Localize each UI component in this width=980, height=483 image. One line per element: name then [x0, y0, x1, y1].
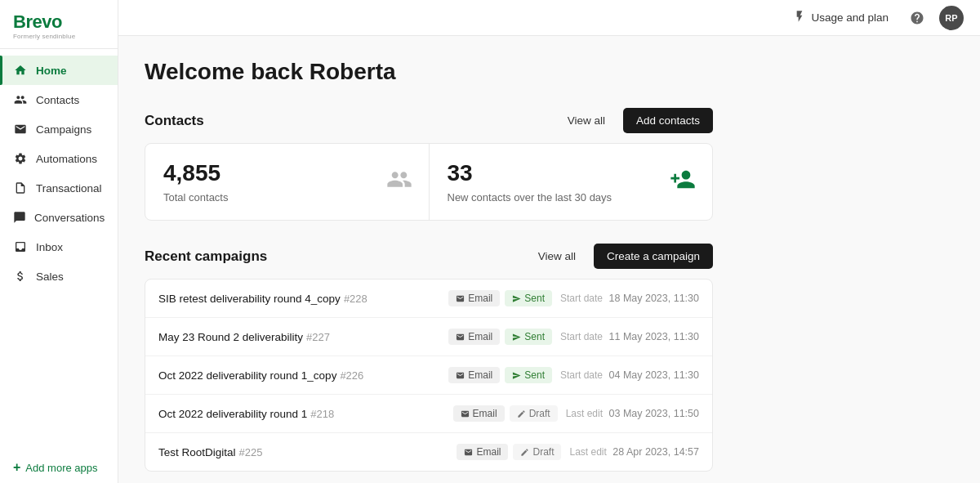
campaign-date: Start date 11 May 2023, 11:30	[560, 331, 699, 342]
campaigns-actions: View all Create a campaign	[528, 244, 713, 269]
campaign-name: Oct 2022 deliverability round 1#218	[158, 408, 445, 420]
campaign-name: May 23 Round 2 deliverability#227	[158, 331, 440, 343]
campaign-date: Last edit 28 Apr 2023, 14:57	[569, 446, 699, 458]
campaign-tags: Email Sent	[448, 290, 552, 306]
contacts-actions: View all Add contacts	[558, 108, 713, 133]
total-contacts-card: 4,855 Total contacts	[145, 144, 430, 220]
main-content: Usage and plan RP Welcome back Roberta C…	[118, 0, 980, 483]
email-tag: Email	[448, 290, 500, 306]
add-more-apps-button[interactable]: + Add more apps	[0, 452, 118, 483]
status-tag: Sent	[505, 329, 552, 345]
sales-icon	[13, 269, 28, 284]
campaign-date: Start date 18 May 2023, 11:30	[560, 293, 699, 304]
new-contacts-card: 33 New contacts over the last 30 days	[430, 144, 713, 220]
sidebar-item-sales[interactable]: Sales	[0, 262, 118, 291]
sidebar-label-home: Home	[36, 65, 67, 77]
contacts-section-header: Contacts View all Add contacts	[145, 108, 713, 133]
sidebar-label-automations: Automations	[36, 153, 97, 165]
logo: Brevo Formerly sendinblue	[0, 0, 118, 49]
avatar-initials: RP	[945, 13, 957, 23]
sidebar-item-automations[interactable]: Automations	[0, 144, 118, 173]
automations-icon	[13, 151, 28, 166]
status-tag: Draft	[510, 405, 558, 422]
sidebar-label-campaigns: Campaigns	[36, 123, 91, 136]
campaign-row[interactable]: Oct 2022 deliverability round 1#218 Emai…	[145, 395, 712, 433]
campaign-name: SIB retest deliverability round 4_copy#2…	[158, 293, 440, 305]
campaign-tags: Email Draft	[457, 444, 561, 460]
contacts-cards: 4,855 Total contacts 33 New contacts ove…	[145, 143, 713, 221]
campaign-row[interactable]: Oct 2022 deliverability round 1_copy#226…	[145, 356, 712, 395]
usage-plan-label: Usage and plan	[811, 11, 889, 24]
campaign-row[interactable]: May 23 Round 2 deliverability#227 Email …	[145, 318, 712, 356]
total-contacts-icon	[386, 166, 412, 198]
sidebar-label-conversations: Conversations	[34, 212, 105, 224]
sidebar-label-sales: Sales	[36, 271, 64, 283]
campaign-tags: Email Sent	[448, 329, 552, 345]
sidebar-nav: Home Contacts Campaigns Automations Tran	[0, 49, 118, 452]
sidebar-label-contacts: Contacts	[36, 94, 79, 106]
logo-brand: Brevo	[13, 11, 105, 33]
campaign-date: Start date 04 May 2023, 11:30	[560, 369, 699, 381]
sidebar-item-campaigns[interactable]: Campaigns	[0, 114, 118, 144]
new-contacts-label: New contacts over the last 30 days	[448, 191, 695, 203]
status-tag: Sent	[505, 367, 552, 383]
total-contacts-value: 4,855	[163, 160, 411, 186]
usage-plan-button[interactable]: Usage and plan	[786, 7, 895, 29]
campaign-tags: Email Draft	[453, 405, 558, 422]
conversations-icon	[13, 210, 26, 225]
sidebar-item-contacts[interactable]: Contacts	[0, 85, 118, 114]
contacts-section: Contacts View all Add contacts 4,855 Tot…	[145, 108, 713, 221]
campaign-tags: Email Sent	[448, 367, 552, 383]
campaigns-section: Recent campaigns View all Create a campa…	[145, 244, 713, 472]
plus-icon: +	[13, 460, 20, 475]
campaign-row[interactable]: Test RootDigital#225 Email Draft L	[145, 433, 712, 471]
contacts-view-all-button[interactable]: View all	[558, 110, 615, 132]
create-campaign-button[interactable]: Create a campaign	[594, 244, 713, 269]
new-contacts-icon	[670, 166, 696, 198]
topbar: Usage and plan RP	[118, 0, 980, 36]
campaigns-view-all-button[interactable]: View all	[528, 245, 586, 267]
contacts-icon	[13, 92, 28, 107]
email-tag: Email	[457, 444, 508, 460]
sidebar-item-conversations[interactable]: Conversations	[0, 203, 118, 232]
add-more-apps-label: Add more apps	[25, 462, 97, 474]
page-title: Welcome back Roberta	[145, 59, 713, 85]
campaign-name: Test RootDigital#225	[158, 446, 448, 458]
sidebar-item-home[interactable]: Home	[0, 56, 118, 85]
campaign-row[interactable]: SIB retest deliverability round 4_copy#2…	[145, 280, 712, 318]
avatar-button[interactable]: RP	[939, 6, 964, 30]
campaign-name: Oct 2022 deliverability round 1_copy#226	[158, 369, 440, 382]
campaigns-icon	[13, 122, 28, 136]
campaigns-section-header: Recent campaigns View all Create a campa…	[145, 244, 713, 269]
add-contacts-button[interactable]: Add contacts	[623, 108, 713, 133]
home-icon	[13, 63, 28, 78]
new-contacts-value: 33	[448, 160, 695, 186]
transactional-icon	[13, 181, 28, 195]
email-tag: Email	[448, 367, 500, 383]
email-tag: Email	[453, 405, 505, 422]
logo-sub: Formerly sendinblue	[13, 33, 105, 40]
help-button[interactable]	[905, 6, 929, 30]
email-tag: Email	[448, 329, 500, 345]
inbox-icon	[13, 239, 28, 254]
sidebar-item-transactional[interactable]: Transactional	[0, 173, 118, 203]
sidebar-label-inbox: Inbox	[36, 241, 63, 253]
status-tag: Draft	[513, 444, 561, 460]
campaigns-section-title: Recent campaigns	[145, 248, 267, 265]
contacts-section-title: Contacts	[145, 113, 204, 129]
campaign-date: Last edit 03 May 2023, 11:50	[566, 408, 699, 419]
total-contacts-label: Total contacts	[163, 191, 411, 203]
sidebar: Brevo Formerly sendinblue Home Contacts …	[0, 0, 118, 483]
sidebar-label-transactional: Transactional	[36, 182, 102, 195]
campaigns-list: SIB retest deliverability round 4_copy#2…	[145, 279, 713, 472]
status-tag: Sent	[505, 290, 552, 306]
sidebar-item-inbox[interactable]: Inbox	[0, 232, 118, 262]
lightning-icon	[793, 10, 806, 25]
page-content: Welcome back Roberta Contacts View all A…	[118, 36, 739, 483]
